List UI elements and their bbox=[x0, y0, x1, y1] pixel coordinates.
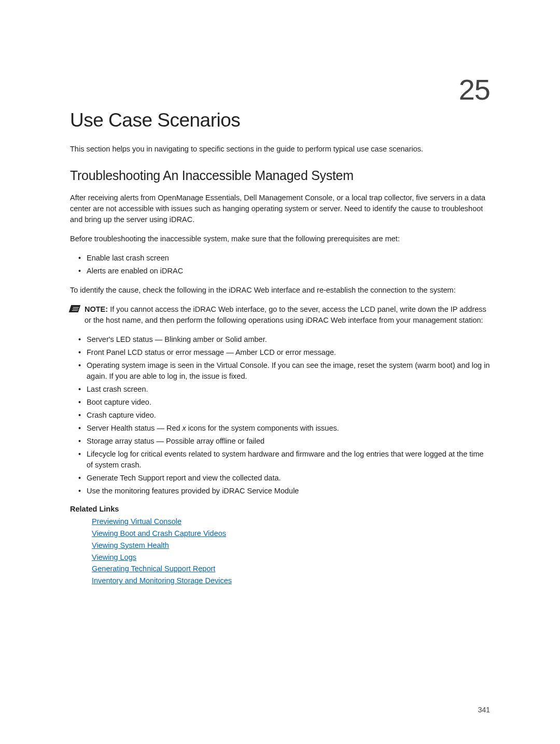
list-item: Server Health status — Red x icons for t… bbox=[70, 423, 490, 434]
related-links-heading: Related Links bbox=[70, 505, 490, 513]
list-item: Enable last crash screen bbox=[70, 253, 490, 264]
note-body: If you cannot access the iDRAC Web inter… bbox=[85, 305, 486, 324]
list-item: Last crash screen. bbox=[70, 384, 490, 395]
prerequisites-list: Enable last crash screen Alerts are enab… bbox=[70, 253, 490, 277]
list-item: Lifecycle log for critical events relate… bbox=[70, 449, 490, 471]
page-number: 341 bbox=[478, 706, 490, 714]
related-link[interactable]: Viewing System Health bbox=[92, 540, 490, 552]
list-item: Boot capture video. bbox=[70, 397, 490, 408]
note-icon bbox=[69, 305, 81, 312]
intro-paragraph: This section helps you in navigating to … bbox=[70, 144, 490, 155]
list-item: Server's LED status — Blinking amber or … bbox=[70, 334, 490, 345]
list-item: Front Panel LCD status or error message … bbox=[70, 347, 490, 358]
chapter-number: 25 bbox=[70, 73, 490, 106]
body-paragraph: After receiving alerts from OpenManage E… bbox=[70, 192, 490, 225]
checks-list: Server's LED status — Blinking amber or … bbox=[70, 334, 490, 497]
list-item: Crash capture video. bbox=[70, 410, 490, 421]
list-item: Operating system image is seen in the Vi… bbox=[70, 360, 490, 382]
related-links-list: Previewing Virtual Console Viewing Boot … bbox=[70, 516, 490, 587]
body-paragraph: To identify the cause, check the followi… bbox=[70, 285, 490, 296]
note-text: NOTE: If you cannot access the iDRAC Web… bbox=[85, 304, 490, 326]
body-paragraph: Before troubleshooting the inaccessible … bbox=[70, 233, 490, 244]
list-item: Alerts are enabled on iDRAC bbox=[70, 266, 490, 277]
page-title: Use Case Scenarios bbox=[70, 109, 490, 131]
related-link[interactable]: Viewing Logs bbox=[92, 552, 490, 563]
related-link[interactable]: Viewing Boot and Crash Capture Videos bbox=[92, 528, 490, 540]
note-block: NOTE: If you cannot access the iDRAC Web… bbox=[70, 304, 490, 326]
related-link[interactable]: Previewing Virtual Console bbox=[92, 516, 490, 528]
note-label: NOTE: bbox=[85, 305, 110, 313]
related-link[interactable]: Inventory and Monitoring Storage Devices bbox=[92, 575, 490, 587]
related-link[interactable]: Generating Technical Support Report bbox=[92, 563, 490, 575]
list-item: Generate Tech Support report and view th… bbox=[70, 473, 490, 484]
list-item: Storage array status — Possible array of… bbox=[70, 436, 490, 447]
section-heading: Troubleshooting An Inaccessible Managed … bbox=[70, 168, 490, 183]
list-item: Use the monitoring features provided by … bbox=[70, 486, 490, 497]
